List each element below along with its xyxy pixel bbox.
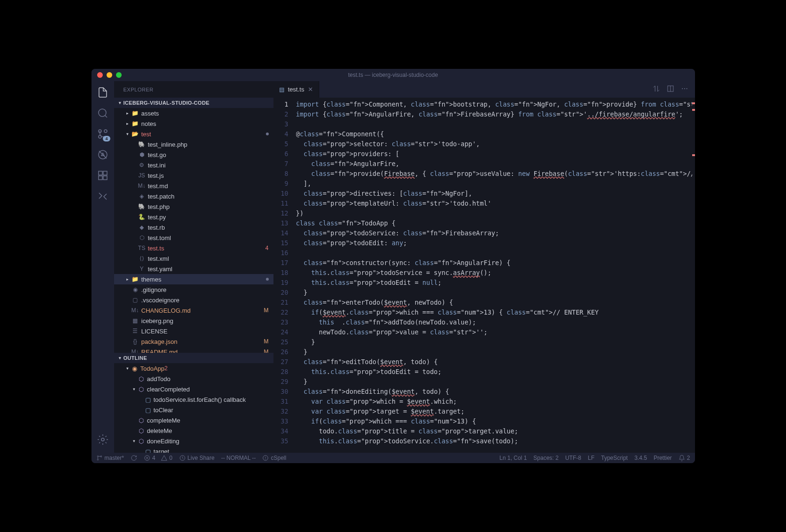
- outline-item[interactable]: ▢target: [114, 446, 273, 453]
- symbol-icon: ▢: [144, 396, 152, 403]
- search-icon[interactable]: [96, 107, 109, 120]
- workbench-body: 4 EXPLORER ▾ICEBERG-VISUAL-STUDIO-CODE ▸…: [91, 81, 695, 453]
- symbol-icon: ⬡: [138, 385, 145, 393]
- symbol-icon: ⬡: [138, 427, 145, 434]
- typescript-file-icon: ▤: [279, 86, 284, 93]
- liveshare-status[interactable]: Live Share: [179, 455, 215, 461]
- tree-item[interactable]: 🐍test.py: [114, 212, 273, 222]
- eol-status[interactable]: LF: [588, 455, 595, 461]
- outline-item[interactable]: ⬡deleteMe: [114, 425, 273, 436]
- tree-item[interactable]: ⟨⟩test.xml: [114, 253, 273, 264]
- extensions-icon[interactable]: [96, 169, 109, 182]
- tab-test-ts[interactable]: ▤ test.ts ✕: [273, 81, 320, 98]
- file-icon: 📁: [131, 120, 140, 127]
- outline-item[interactable]: ▢todoService.list.forEach() callback: [114, 394, 273, 405]
- tree-item[interactable]: {}package.jsonM: [114, 336, 273, 347]
- svg-rect-8: [99, 176, 102, 180]
- minimap-error-marker: [692, 102, 695, 104]
- tree-item[interactable]: M↓README.mdM: [114, 347, 273, 353]
- tree-item[interactable]: ▢.vscodeignore: [114, 295, 273, 305]
- tab-label: test.ts: [288, 86, 305, 93]
- remote-icon[interactable]: [96, 190, 109, 203]
- tree-item[interactable]: ▸📁themes: [114, 274, 273, 284]
- outline-section-header[interactable]: ▾OUTLINE: [114, 353, 273, 363]
- source-control-icon[interactable]: 4: [96, 127, 109, 141]
- problems-status[interactable]: 4 0: [144, 455, 173, 461]
- outline-item[interactable]: ▢toClear: [114, 405, 273, 415]
- file-icon: 🐍: [138, 214, 146, 220]
- scm-badge: 4: [103, 136, 110, 141]
- settings-gear-icon[interactable]: [96, 433, 109, 446]
- cspell-status[interactable]: cSpell: [262, 455, 286, 461]
- sync-status[interactable]: [131, 455, 137, 461]
- file-icon: 🐘: [138, 203, 146, 210]
- tree-item[interactable]: ▸📁notes: [114, 118, 273, 129]
- tree-item[interactable]: ⚙test.ini: [114, 160, 273, 170]
- tree-item[interactable]: ☰LICENSE: [114, 326, 273, 336]
- ts-version-status[interactable]: 3.4.5: [634, 455, 647, 461]
- explorer-icon[interactable]: [96, 86, 109, 99]
- code-editor[interactable]: 1234567891011121314151617181920212223242…: [273, 98, 695, 453]
- tree-item[interactable]: ⬢test.go: [114, 150, 273, 160]
- tree-item[interactable]: 🐘test.php: [114, 201, 273, 212]
- svg-point-10: [101, 438, 104, 441]
- file-tree: ▸📁assets▸📁notes▾📂test🐘test_inline.php⬢te…: [114, 108, 273, 353]
- titlebar: test.ts — iceberg-visual-studio-code: [91, 69, 695, 81]
- file-icon: ▢: [131, 297, 140, 303]
- svg-line-5: [99, 151, 107, 158]
- more-actions-icon[interactable]: [681, 85, 688, 94]
- symbol-icon: ◉: [131, 365, 139, 372]
- encoding-status[interactable]: UTF-8: [565, 455, 581, 461]
- debug-icon[interactable]: [96, 148, 109, 161]
- sidebar-title: EXPLORER: [114, 81, 273, 98]
- compare-icon[interactable]: [653, 85, 660, 94]
- tree-item[interactable]: Ytest.yaml: [114, 264, 273, 274]
- svg-point-0: [99, 109, 106, 116]
- vscode-window: test.ts — iceberg-visual-studio-code 4 E…: [91, 69, 695, 463]
- indent-status[interactable]: Spaces: 2: [533, 455, 558, 461]
- tree-item[interactable]: 🐘test_inline.php: [114, 139, 273, 150]
- tree-item[interactable]: M↓CHANGELOG.mdM: [114, 305, 273, 316]
- symbol-icon: ⬡: [138, 416, 145, 424]
- svg-rect-6: [99, 171, 102, 175]
- language-status[interactable]: TypeScript: [601, 455, 628, 461]
- tree-item[interactable]: JStest.js: [114, 170, 273, 181]
- outline-item[interactable]: ▾⬡doneEditing: [114, 436, 273, 446]
- prettier-status[interactable]: Prettier: [654, 455, 672, 461]
- notifications-status[interactable]: 2: [678, 455, 690, 461]
- svg-rect-7: [103, 171, 107, 175]
- tree-item[interactable]: ▦iceberg.png: [114, 316, 273, 326]
- cursor-position[interactable]: Ln 1, Col 1: [499, 455, 527, 461]
- line-number-gutter: 1234567891011121314151617181920212223242…: [273, 98, 296, 453]
- file-icon: ◉: [131, 286, 140, 293]
- outline-item[interactable]: ⬡completeMe: [114, 415, 273, 425]
- tree-item[interactable]: ⬡test.toml: [114, 233, 273, 243]
- branch-status[interactable]: master*: [96, 455, 124, 461]
- tree-item[interactable]: ▾📂test: [114, 129, 273, 139]
- file-icon: M↓: [131, 349, 140, 353]
- outline-item[interactable]: ▾⬡clearCompleted: [114, 384, 273, 394]
- minimap-overview[interactable]: [692, 98, 695, 453]
- outline-item[interactable]: ▾◉TodoApp2: [114, 363, 273, 374]
- svg-rect-9: [103, 176, 107, 180]
- file-icon: JS: [138, 172, 146, 179]
- file-icon: 📁: [131, 276, 140, 283]
- svg-point-16: [97, 456, 98, 457]
- svg-point-14: [684, 88, 685, 89]
- svg-point-1: [104, 130, 107, 133]
- tree-item[interactable]: ◈test.patch: [114, 191, 273, 201]
- tree-item[interactable]: TStest.ts4: [114, 243, 273, 253]
- tree-item[interactable]: ◉.gitignore: [114, 284, 273, 295]
- tree-item[interactable]: ▸📁assets: [114, 108, 273, 118]
- close-tab-icon[interactable]: ✕: [308, 86, 313, 93]
- outline-label: OUTLINE: [124, 355, 147, 361]
- tree-item[interactable]: ◆test.rb: [114, 222, 273, 233]
- svg-point-15: [686, 88, 687, 89]
- outline-item[interactable]: ⬡addTodo: [114, 374, 273, 384]
- project-section-header[interactable]: ▾ICEBERG-VISUAL-STUDIO-CODE: [114, 98, 273, 108]
- symbol-icon: ⬡: [138, 437, 145, 445]
- split-editor-icon[interactable]: [667, 85, 674, 94]
- tree-item[interactable]: M↓test.md: [114, 181, 273, 191]
- symbol-icon: ⬡: [138, 375, 145, 382]
- file-icon: Y: [138, 266, 146, 272]
